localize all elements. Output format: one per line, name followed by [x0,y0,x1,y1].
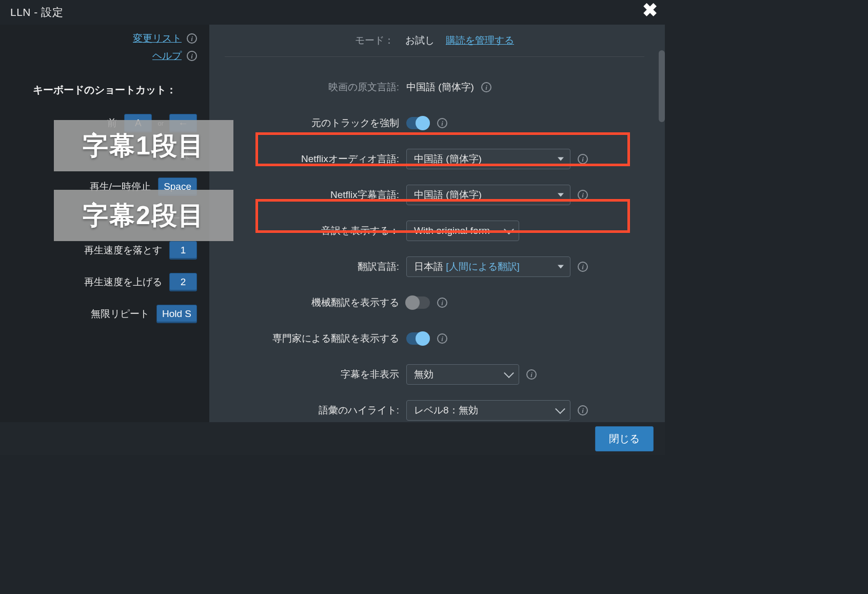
force-track-toggle[interactable] [406,117,430,129]
manage-subscription-link[interactable]: 購読を管理する [446,34,514,47]
subtitle-lang-label: Netflix字幕言語: [225,188,399,202]
setting-hide-subs: 字幕を非表示 無効 i [225,357,644,392]
info-icon[interactable]: i [578,405,588,415]
hide-subs-select[interactable]: 無効 [406,364,519,385]
chevron-down-icon [555,404,565,414]
info-icon[interactable]: i [481,82,491,92]
setting-human-trans: 専門家による翻訳を表示する i [225,321,644,357]
setting-subtitle-lang: Netflix字幕言語: 中国語 (簡体字) i [225,177,644,213]
select-value: 無効 [414,368,433,381]
select-value: レベル8：無効 [414,404,478,417]
chevron-down-icon [558,157,564,161]
changelist-link[interactable]: 変更リスト [133,32,182,45]
human-trans-label: 専門家による翻訳を表示する [225,332,399,345]
translate-lang-select[interactable]: 日本語 [人間による翻訳] [406,256,570,277]
info-icon[interactable]: i [187,33,197,44]
chevron-down-icon [504,224,514,234]
audio-lang-label: Netflixオーディオ言語: [225,152,399,166]
translit-select[interactable]: With original form [406,221,519,241]
info-icon[interactable]: i [578,154,588,164]
mode-label: モード： [355,34,394,47]
force-track-label: 元のトラックを強制 [225,116,399,130]
subtitle-lang-select[interactable]: 中国語 (簡体字) [406,185,570,205]
key-a: A [124,114,152,132]
key-1: 1 [169,241,197,260]
vocab-label: 語彙のハイライト: [225,404,399,417]
changelist-row: 変更リスト i [133,32,197,45]
shortcut-label: 前 [107,116,117,130]
machine-trans-label: 機械翻訳を表示する [225,296,399,309]
left-links: 変更リスト i ヘルプ i [12,32,197,63]
key-2: 2 [169,273,197,291]
shortcut-row-playpause: 再生/一時停止 Space [12,176,197,197]
right-column: モード： お試し 購読を管理する 映画の原文言語: 中国語 (簡体字) i 元の… [209,25,665,422]
info-icon[interactable]: i [526,369,537,380]
select-value: 日本語 [人間による翻訳] [414,260,520,273]
select-value: 中国語 (簡体字) [414,188,482,202]
info-icon[interactable]: i [437,118,447,128]
info-icon[interactable]: i [578,262,588,272]
translate-lang-label: 翻訳言語: [225,260,399,273]
hide-subs-label: 字幕を非表示 [225,368,399,381]
key-space: Space [158,177,197,196]
titlebar: LLN - 設定 [0,0,665,25]
left-column: 変更リスト i ヘルプ i キーボードのショートカット： 前 A or ← 繰 … [0,25,209,422]
scrollbar[interactable] [659,50,665,122]
shortcut-label: 繰 [180,148,190,162]
setting-translate-lang: 翻訳言語: 日本語 [人間による翻訳] i [225,249,644,285]
original-lang-value: 中国語 (簡体字) [406,81,474,94]
shortcut-row-slowdown: 再生速度を落とす 1 [12,240,197,261]
info-icon[interactable]: i [187,51,197,61]
shortcut-label: 再生速度を落とす [84,244,162,257]
help-row: ヘルプ i [152,49,197,63]
close-icon[interactable]: ✖ [642,1,658,19]
dialog-title: LLN - 設定 [10,5,63,19]
footer: 閉じる [0,422,665,455]
info-icon[interactable]: i [578,190,588,200]
shortcuts-heading: キーボードのショートカット： [12,83,197,97]
shortcut-label: 再生/一時停止 [90,180,151,193]
info-icon[interactable]: i [437,333,447,344]
select-value: 中国語 (簡体字) [414,152,482,166]
human-trans-toggle[interactable] [406,332,430,345]
close-button[interactable]: 閉じる [595,426,654,451]
setting-machine-trans: 機械翻訳を表示する i [225,285,644,321]
shortcut-row-speedup: 再生速度を上げる 2 [12,272,197,292]
chevron-down-icon [504,368,514,378]
original-lang-label: 映画の原文言語: [225,81,399,94]
shortcut-row-repeat: 繰 [12,145,197,165]
setting-force-track: 元のトラックを強制 i [225,105,644,141]
shortcut-label: 自動一時 [151,212,190,225]
setting-translit: 音訳を表示する： With original form [225,213,644,249]
main-area: 変更リスト i ヘルプ i キーボードのショートカット： 前 A or ← 繰 … [0,25,665,422]
shortcut-row-infiniterepeat: 無限リピート Hold S [12,304,197,324]
shortcut-row-prev: 前 A or ← [12,113,197,133]
setting-original-lang: 映画の原文言語: 中国語 (簡体字) i [225,69,644,105]
mode-row: モード： お試し 購読を管理する [225,34,644,57]
mode-value: お試し [405,34,435,47]
key-left-arrow: ← [169,114,197,132]
setting-audio-lang: Netflixオーディオ言語: 中国語 (簡体字) i [225,141,644,177]
info-icon[interactable]: i [437,298,447,308]
audio-lang-select[interactable]: 中国語 (簡体字) [406,149,570,169]
setting-vocab-highlight: 語彙のハイライト: レベル8：無効 i [225,392,644,422]
chevron-down-icon [558,193,564,197]
shortcut-label: 無限リピート [91,307,149,321]
machine-trans-toggle[interactable] [406,296,430,309]
vocab-select[interactable]: レベル8：無効 [406,400,570,421]
help-link[interactable]: ヘルプ [152,49,182,63]
key-hold-s: Hold S [156,305,197,323]
key-or: or [156,118,165,128]
shortcut-row-autopause: 自動一時 [12,208,197,229]
translit-label: 音訳を表示する： [225,224,399,237]
shortcut-label: 再生速度を上げる [84,275,162,289]
chevron-down-icon [558,265,564,269]
select-value: With original form [414,225,490,236]
